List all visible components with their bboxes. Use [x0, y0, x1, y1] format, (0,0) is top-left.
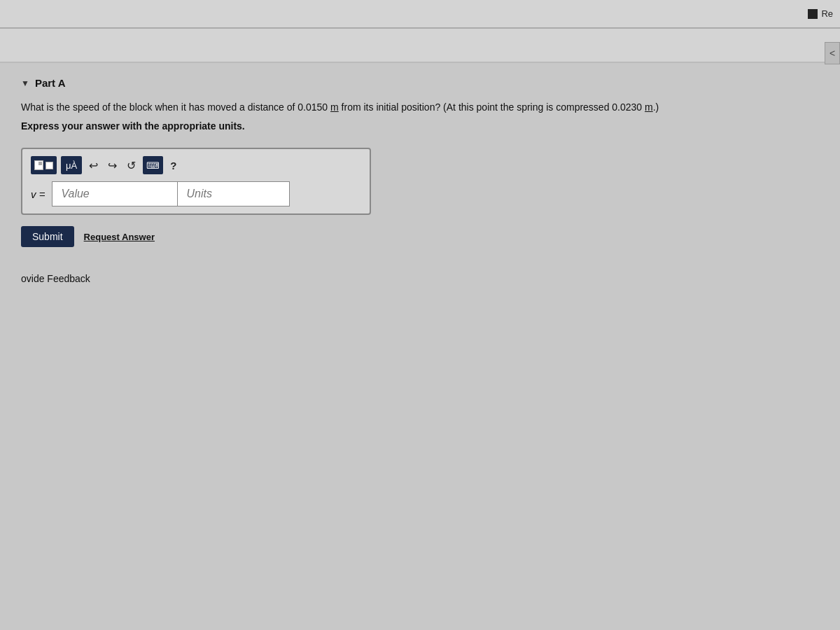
answer-box: μÀ ↩ ↪ ↺ ⌨ ? v =	[21, 148, 371, 215]
input-row: v =	[31, 181, 361, 206]
part-a-title: Part A	[35, 77, 66, 89]
redo-button[interactable]: ↪	[105, 158, 120, 174]
keyboard-button[interactable]: ⌨	[143, 156, 163, 174]
request-answer-button[interactable]: Request Answer	[84, 232, 155, 242]
mu-a-label: μÀ	[66, 160, 77, 171]
collapse-triangle-icon[interactable]: ▼	[21, 78, 29, 88]
question-text-line2: Express your answer with the appropriate…	[21, 119, 819, 134]
chevron-icon: <	[830, 48, 835, 59]
refresh-icon: ↺	[127, 159, 136, 172]
value-input[interactable]	[52, 181, 178, 206]
action-buttons: Submit Request Answer	[21, 226, 819, 247]
submit-button[interactable]: Submit	[21, 226, 74, 247]
undo-icon: ↩	[89, 159, 98, 172]
variable-label: v =	[31, 188, 45, 200]
unit-m-2: m	[645, 102, 653, 113]
floppy-icon	[34, 160, 43, 170]
question-text-line1: What is the speed of the block when it h…	[21, 100, 819, 115]
reset-button[interactable]: ↺	[124, 158, 139, 174]
separator-line	[0, 28, 840, 29]
mu-a-button[interactable]: μÀ	[61, 156, 82, 174]
top-bar: Re	[0, 0, 840, 28]
unit-m-1: m	[330, 102, 339, 113]
feedback-link[interactable]: ovide Feedback	[21, 273, 90, 284]
rev-square-icon	[808, 9, 818, 19]
chevron-right-button[interactable]: <	[825, 42, 840, 64]
redo-icon: ↪	[108, 159, 117, 172]
undo-button[interactable]: ↩	[86, 158, 101, 174]
rev-indicator: Re	[808, 8, 833, 19]
main-content: ▼ Part A What is the speed of the block …	[0, 63, 840, 299]
floppy-tab	[38, 162, 42, 165]
toolbar: μÀ ↩ ↪ ↺ ⌨ ?	[31, 156, 361, 174]
paste-icon-button[interactable]	[31, 156, 57, 174]
rev-label: Re	[821, 8, 833, 19]
keyboard-icon: ⌨	[146, 160, 160, 171]
units-input[interactable]	[178, 181, 290, 206]
part-a-header: ▼ Part A	[21, 77, 819, 89]
small-square-icon	[46, 162, 53, 169]
help-button[interactable]: ?	[167, 158, 179, 173]
second-bar	[0, 28, 840, 63]
help-icon: ?	[170, 160, 176, 172]
